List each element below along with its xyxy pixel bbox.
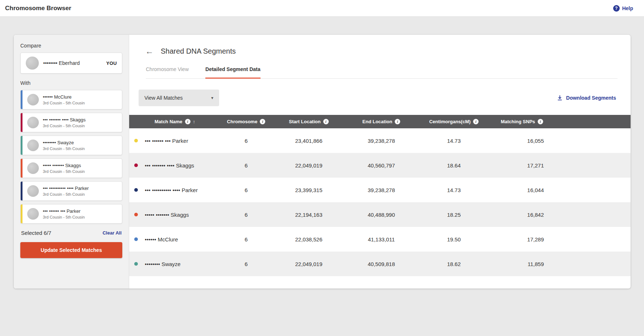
cell-centimorgans: 19.50 xyxy=(416,236,492,242)
match-card[interactable]: ••• ••••••• •••• Skaggs 3rd Cousin - 5th… xyxy=(20,113,122,132)
tab-detailed-segment-data[interactable]: Detailed Segment Data xyxy=(205,66,261,79)
match-name: ••• •••••••••• •••• Parker xyxy=(43,186,89,191)
match-relationship: 3rd Cousin - 5th Cousin xyxy=(43,192,89,196)
match-card[interactable]: ••• •••••• ••• Parker 3rd Cousin - 5th C… xyxy=(20,204,122,224)
avatar xyxy=(27,117,39,128)
tab-bar: Chromosome View Detailed Segment Data xyxy=(146,66,618,79)
table-row: •••••• McClure 6 22,038,526 41,133,011 1… xyxy=(129,227,631,252)
table-row: ••• •••••• ••• Parker 6 23,401,866 39,23… xyxy=(129,128,631,153)
row-color-dot xyxy=(134,188,138,192)
cell-matching-snps: 17,289 xyxy=(492,236,552,242)
table-row: ••••• ••••••• Skaggs 6 22,194,163 40,488… xyxy=(129,202,631,227)
match-name: ••• ••••••• •••• Skaggs xyxy=(43,117,86,123)
table-row: ••• •••••••••• •••• Parker 6 23,399,315 … xyxy=(129,178,631,202)
info-icon[interactable]: i xyxy=(538,119,543,124)
cell-chromosome: 6 xyxy=(222,138,271,144)
download-segments-button[interactable]: Download Segments xyxy=(557,95,616,101)
help-button[interactable]: ? Help xyxy=(613,5,633,12)
match-relationship: 3rd Cousin - 5th Cousin xyxy=(43,215,85,219)
cell-start-location: 22,038,526 xyxy=(271,236,347,242)
column-header-matching-snps[interactable]: Matching SNPs i xyxy=(492,119,552,124)
app-title: Chromosome Browser xyxy=(5,5,71,12)
cell-centimorgans: 14.73 xyxy=(416,138,492,144)
cell-chromosome: 6 xyxy=(222,261,271,267)
help-label: Help xyxy=(622,5,633,11)
match-name: •••••• McClure xyxy=(43,94,85,100)
info-icon[interactable]: i xyxy=(323,119,329,124)
cell-match-name: ••• •••••••••• •••• Parker xyxy=(129,187,222,193)
info-icon[interactable]: i xyxy=(260,119,265,124)
view-matches-dropdown[interactable]: View All Matches ▾ xyxy=(139,90,219,106)
selection-summary: Selected 6/7 Clear All xyxy=(20,230,122,236)
main-content: ← Shared DNA Segments Chromosome View De… xyxy=(129,35,631,289)
avatar xyxy=(27,185,39,197)
topbar: Chromosome Browser ? Help xyxy=(0,0,644,17)
match-card[interactable]: ••• •••••••••• •••• Parker 3rd Cousin - … xyxy=(20,181,122,201)
cell-matching-snps: 11,859 xyxy=(492,261,552,267)
you-badge: YOU xyxy=(106,61,117,66)
cell-end-location: 41,133,011 xyxy=(347,236,416,242)
match-name: ••• •••••• ••• Parker xyxy=(43,208,85,214)
you-card: •••••••• Eberhard YOU xyxy=(20,53,122,74)
segments-table: Match Name i ↑ Chromosome i Start Locati… xyxy=(129,115,631,276)
column-header-chromosome[interactable]: Chromosome i xyxy=(222,119,271,124)
table-body: ••• •••••• ••• Parker 6 23,401,866 39,23… xyxy=(129,128,631,276)
info-icon[interactable]: i xyxy=(473,119,479,124)
column-header-centimorgans[interactable]: Centimorgans(cM) i xyxy=(416,119,492,124)
match-relationship: 3rd Cousin - 5th Cousin xyxy=(43,124,86,128)
table-row: •••••••• Swayze 6 22,049,019 40,509,818 … xyxy=(129,252,631,276)
table-row: ••• ••••••• •••• Skaggs 6 22,049,019 40,… xyxy=(129,153,631,178)
cell-chromosome: 6 xyxy=(222,187,271,193)
compare-sidebar: Compare •••••••• Eberhard YOU With •••••… xyxy=(14,35,129,289)
download-icon xyxy=(557,95,563,101)
cell-centimorgans: 18.62 xyxy=(416,261,492,267)
cell-matching-snps: 16,044 xyxy=(492,187,552,193)
compare-label: Compare xyxy=(20,43,122,49)
cell-start-location: 22,194,163 xyxy=(271,212,347,218)
match-color-bar xyxy=(21,90,22,109)
cell-matching-snps: 17,271 xyxy=(492,162,552,169)
cell-chromosome: 6 xyxy=(222,162,271,169)
cell-centimorgans: 18.25 xyxy=(416,212,492,218)
match-color-bar xyxy=(21,204,22,223)
match-card[interactable]: •••••• McClure 3rd Cousin - 5th Cousin xyxy=(20,90,122,109)
cell-match-name: ••••• ••••••• Skaggs xyxy=(129,212,222,218)
match-relationship: 3rd Cousin - 5th Cousin xyxy=(43,169,85,174)
info-icon[interactable]: i xyxy=(395,119,400,124)
match-name: •••••••• Swayze xyxy=(43,140,85,145)
avatar xyxy=(27,140,39,151)
cell-end-location: 40,509,818 xyxy=(347,261,416,267)
column-header-match-name[interactable]: Match Name i ↑ xyxy=(129,119,222,124)
match-relationship: 3rd Cousin - 5th Cousin xyxy=(43,146,85,151)
cell-start-location: 22,049,019 xyxy=(271,162,347,169)
column-header-end-location[interactable]: End Location i xyxy=(347,119,416,124)
table-controls: View All Matches ▾ Download Segments xyxy=(139,90,616,106)
row-color-dot xyxy=(134,262,138,266)
update-selected-matches-button[interactable]: Update Selected Matches xyxy=(20,242,122,258)
match-card[interactable]: ••••• ••••••• Skaggs 3rd Cousin - 5th Co… xyxy=(20,158,122,178)
chevron-down-icon: ▾ xyxy=(211,95,213,100)
cell-start-location: 22,049,019 xyxy=(271,261,347,267)
avatar xyxy=(26,57,39,70)
download-label: Download Segments xyxy=(566,95,616,101)
help-icon: ? xyxy=(613,5,620,12)
back-arrow-icon[interactable]: ← xyxy=(145,47,153,55)
row-color-dot xyxy=(134,237,138,241)
match-card[interactable]: •••••••• Swayze 3rd Cousin - 5th Cousin xyxy=(20,136,122,155)
cell-chromosome: 6 xyxy=(222,236,271,242)
row-color-dot xyxy=(134,163,138,167)
match-relationship: 3rd Cousin - 5th Cousin xyxy=(43,101,85,105)
dropdown-value: View All Matches xyxy=(144,95,183,101)
tab-chromosome-view[interactable]: Chromosome View xyxy=(146,66,189,78)
chromosome-browser-panel: Compare •••••••• Eberhard YOU With •••••… xyxy=(14,35,631,289)
cell-match-name: ••• •••••• ••• Parker xyxy=(129,138,222,144)
cell-matching-snps: 16,842 xyxy=(492,212,552,218)
clear-all-link[interactable]: Clear All xyxy=(103,230,122,236)
cell-match-name: •••••••• Swayze xyxy=(129,261,222,267)
info-icon[interactable]: i xyxy=(185,119,190,124)
column-header-start-location[interactable]: Start Location i xyxy=(271,119,347,124)
cell-start-location: 23,399,315 xyxy=(271,187,347,193)
selected-count-label: Selected 6/7 xyxy=(21,230,51,236)
main-header: ← Shared DNA Segments xyxy=(145,47,631,55)
match-color-bar xyxy=(21,136,22,155)
